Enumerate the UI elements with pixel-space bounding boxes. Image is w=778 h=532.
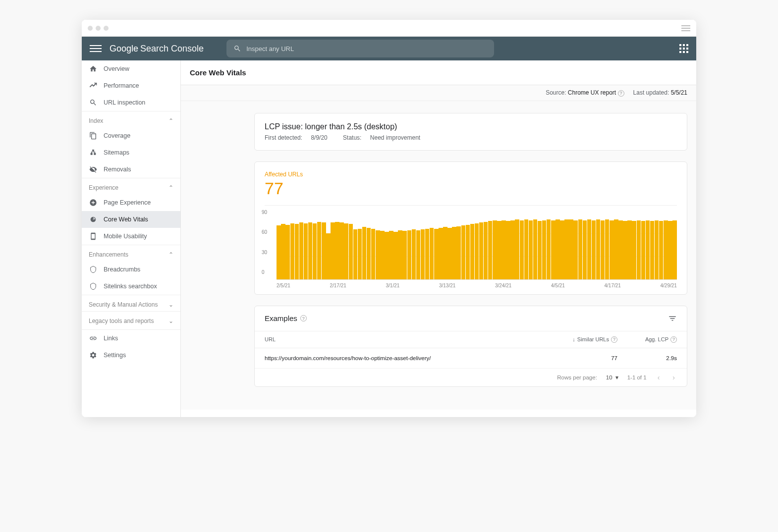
apps-icon[interactable] xyxy=(679,44,688,53)
sidebar-item-settings[interactable]: Settings xyxy=(82,347,180,364)
x-axis-ticks: 2/5/212/17/213/1/213/13/213/24/214/5/214… xyxy=(277,280,677,288)
prev-page-button[interactable]: ‹ xyxy=(656,373,662,381)
help-icon[interactable]: ? xyxy=(618,90,624,97)
app-topbar: Google Search Console xyxy=(82,37,696,60)
menu-icon[interactable] xyxy=(90,43,102,54)
chevron-up-icon: ⌃ xyxy=(168,184,173,191)
sidebar-item-overview[interactable]: Overview xyxy=(82,60,180,77)
section-legacy[interactable]: Legacy tools and reports⌄ xyxy=(82,311,180,327)
help-icon[interactable]: ? xyxy=(300,315,307,321)
brand-product: Search Console xyxy=(140,44,204,54)
sidebar-item-coverage[interactable]: Coverage xyxy=(82,127,180,144)
plus-circle-icon xyxy=(89,198,98,207)
gear-icon xyxy=(89,351,98,360)
section-enhancements[interactable]: Enhancements⌃ xyxy=(82,245,180,261)
window-menu-icon[interactable] xyxy=(681,25,690,31)
chart-icon xyxy=(89,81,98,90)
chevron-down-icon: ⌄ xyxy=(168,318,173,324)
coverage-icon xyxy=(89,131,98,140)
sidebar-item-sitelinks-searchbox[interactable]: Sitelinks searchbox xyxy=(82,278,180,295)
sitemap-icon xyxy=(89,148,98,157)
affected-urls-count: 77 xyxy=(265,179,677,198)
links-icon xyxy=(89,334,98,343)
meta-row: Source: Chrome UX report ? Last updated:… xyxy=(181,85,696,101)
removals-icon xyxy=(89,165,98,174)
url-search[interactable] xyxy=(226,40,494,57)
page-range: 1-1 of 1 xyxy=(627,374,647,380)
chevron-down-icon: ⌄ xyxy=(168,301,173,308)
sidebar-item-links[interactable]: Links xyxy=(82,330,180,347)
issue-title: LCP issue: longer than 2.5s (desktop) xyxy=(265,122,677,131)
rows-per-page-select[interactable]: 10 ▾ xyxy=(606,374,618,381)
home-icon xyxy=(89,64,98,73)
sidebar: Overview Performance URL inspection Inde… xyxy=(82,60,181,417)
sidebar-item-core-web-vitals[interactable]: Core Web Vitals xyxy=(82,211,180,228)
mobile-icon xyxy=(89,232,98,241)
filter-icon[interactable] xyxy=(668,314,677,323)
table-header: URL ↓ Similar URLs ? Agg. LCP ? xyxy=(255,331,687,348)
section-experience[interactable]: Experience⌃ xyxy=(82,178,180,194)
searchbox-icon xyxy=(89,282,98,291)
col-lcp[interactable]: Agg. LCP ? xyxy=(617,336,677,343)
brand-google: Google xyxy=(110,44,138,54)
help-icon[interactable]: ? xyxy=(611,336,617,343)
issue-summary-card: LCP issue: longer than 2.5s (desktop) Fi… xyxy=(254,113,687,151)
window-titlebar xyxy=(82,20,696,37)
sidebar-item-mobile-usability[interactable]: Mobile Usability xyxy=(82,228,180,245)
window-controls[interactable] xyxy=(88,26,109,31)
search-icon xyxy=(233,45,241,53)
page-title: Core Web Vitals xyxy=(190,68,687,77)
sidebar-item-sitemaps[interactable]: Sitemaps xyxy=(82,144,180,161)
section-security[interactable]: Security & Manual Actions⌄ xyxy=(82,295,180,311)
breadcrumb-icon xyxy=(89,265,98,274)
examples-title: Examples ? xyxy=(265,314,307,322)
sidebar-item-page-experience[interactable]: Page Experience xyxy=(82,194,180,211)
col-url: URL xyxy=(265,336,543,343)
next-page-button[interactable]: › xyxy=(670,373,677,381)
pagination: Rows per page: 10 ▾ 1-1 of 1 ‹ › xyxy=(255,369,687,386)
examples-card: Examples ? URL ↓ Similar URLs ? Agg. LCP… xyxy=(254,306,687,387)
sort-down-icon: ↓ xyxy=(572,336,575,342)
table-row[interactable]: https://yourdomain.com/resources/how-to-… xyxy=(255,348,687,369)
chart-bars xyxy=(277,211,677,280)
y-axis-ticks: 9060300 xyxy=(262,210,276,275)
sidebar-item-breadcrumbs[interactable]: Breadcrumbs xyxy=(82,261,180,278)
sidebar-item-url-inspection[interactable]: URL inspection xyxy=(82,94,180,111)
main-content: Core Web Vitals Source: Chrome UX report… xyxy=(181,60,696,417)
chevron-up-icon: ⌃ xyxy=(168,117,173,124)
sidebar-item-removals[interactable]: Removals xyxy=(82,161,180,178)
affected-urls-label: Affected URLs xyxy=(265,171,677,178)
search-input[interactable] xyxy=(246,45,487,53)
help-icon[interactable]: ? xyxy=(670,336,677,343)
brand: Google Search Console xyxy=(110,44,204,54)
sidebar-item-performance[interactable]: Performance xyxy=(82,77,180,94)
col-similar[interactable]: ↓ Similar URLs ? xyxy=(543,336,617,343)
chevron-up-icon: ⌃ xyxy=(168,251,173,258)
dropdown-icon: ▾ xyxy=(615,374,618,381)
gauge-icon xyxy=(89,215,98,224)
section-index[interactable]: Index⌃ xyxy=(82,111,180,127)
chart-card: Affected URLs 77 9060300 2/5/212/17/213/… xyxy=(254,161,687,295)
search-icon xyxy=(89,98,98,107)
